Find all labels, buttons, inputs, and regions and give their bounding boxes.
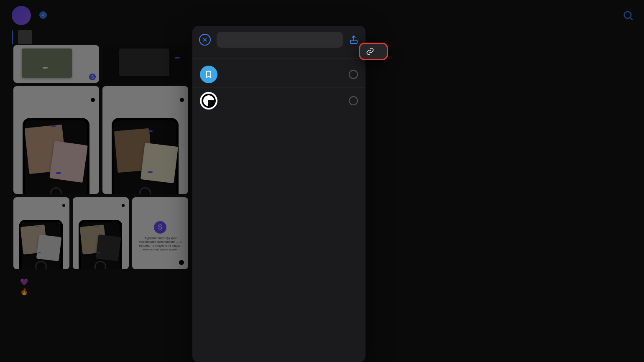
gigachat-avatar (200, 92, 217, 110)
dot-icon (62, 204, 65, 207)
card-chip (56, 172, 61, 174)
heart-icon: 💜 (20, 278, 28, 286)
phone-mock (19, 220, 63, 269)
pinned-indicator (12, 30, 13, 44)
post-caption: 💜 🔥 (20, 268, 187, 306)
svg-line-1 (630, 18, 632, 20)
dot-icon (180, 98, 184, 102)
gallery-card[interactable] (13, 197, 69, 269)
gallery-card[interactable] (102, 86, 188, 194)
share-row-saved[interactable] (192, 61, 365, 88)
gallery-card[interactable] (13, 86, 99, 194)
gallery-card[interactable]: S Подарите партнёру курс «Мобильная фото… (132, 197, 188, 269)
gallery-card[interactable]: S (13, 45, 99, 83)
card-chip (95, 226, 99, 227)
share-icon[interactable] (349, 35, 359, 45)
card-chip (148, 171, 153, 173)
card-chip (51, 125, 56, 127)
pinned-thumb (18, 30, 32, 44)
phone-mock (112, 118, 179, 194)
share-modal (192, 26, 365, 362)
card-chip (148, 130, 153, 132)
dot-icon (91, 98, 95, 102)
share-tabs (192, 51, 365, 59)
media-gallery: S (13, 45, 188, 269)
phone-mock (23, 118, 89, 194)
fire-icon: 🔥 (20, 288, 28, 295)
share-recipient-list (192, 59, 365, 114)
card-chip (43, 67, 48, 69)
card-chip (97, 252, 100, 253)
select-radio[interactable] (349, 70, 358, 79)
share-row-gigachat[interactable] (192, 88, 365, 114)
verified-icon (39, 11, 47, 19)
select-radio[interactable] (349, 96, 358, 105)
svg-point-0 (624, 12, 631, 18)
card-chip (38, 252, 41, 253)
chat-header (0, 0, 644, 28)
saved-messages-icon (200, 66, 217, 83)
share-search-input[interactable] (217, 32, 343, 48)
card-chip (36, 226, 39, 227)
channel-avatar[interactable] (12, 6, 31, 25)
context-menu-copy-link[interactable] (359, 43, 388, 60)
search-icon[interactable] (622, 10, 634, 21)
dot-icon (122, 204, 125, 207)
channel-title[interactable] (37, 11, 47, 19)
close-button[interactable] (199, 34, 211, 46)
link-icon (366, 47, 374, 56)
gallery-card[interactable] (73, 197, 129, 269)
card-chip (175, 57, 180, 59)
gallery-card[interactable] (102, 45, 188, 83)
phone-mock (79, 220, 122, 269)
